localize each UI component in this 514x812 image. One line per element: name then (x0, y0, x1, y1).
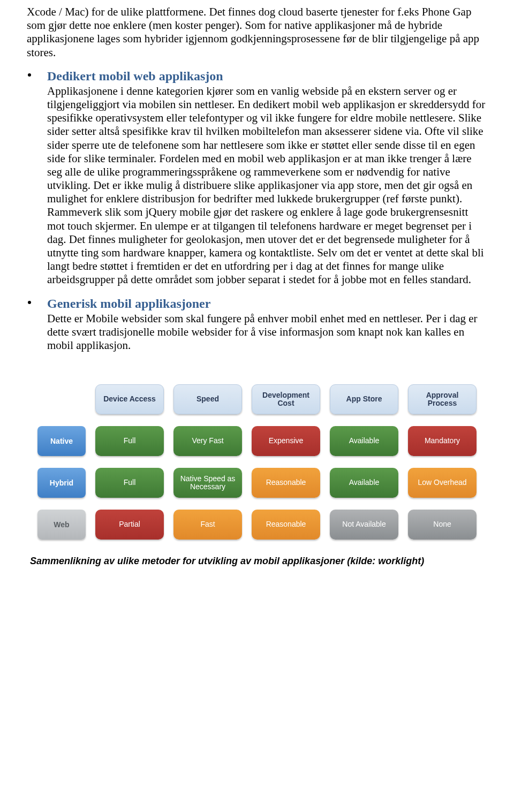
comparison-chart: Device Access Speed Development Cost App… (37, 384, 477, 540)
heading-dedikert: Dedikert mobil web applikasjon (47, 69, 487, 84)
chart-cell: Not Available (330, 510, 398, 540)
body-dedikert: Applikasjonene i denne kategorien kjører… (47, 85, 487, 287)
chart-cell: Mandatory (408, 426, 477, 456)
col-header: Development Cost (252, 384, 320, 414)
chart-cell: Very Fast (173, 426, 242, 456)
chart-cell: Partial (95, 510, 164, 540)
body-generisk: Dette er Mobile websider som skal funger… (47, 312, 487, 353)
col-header: Speed (173, 384, 242, 414)
chart-cell: Low Overhead (408, 468, 477, 498)
col-header: App Store (330, 384, 398, 414)
row-label-web: Web (37, 510, 86, 540)
chart-cell: Native Speed as Necessary (173, 468, 242, 498)
chart-cell: Reasonable (252, 510, 320, 540)
bullet-icon (28, 301, 31, 304)
chart-cell: Fast (173, 510, 242, 540)
chart-cell: Full (95, 426, 164, 456)
row-label-native: Native (37, 426, 86, 456)
intro-paragraph: Xcode / Mac) for de ulike plattformene. … (27, 5, 487, 59)
chart-cell: Available (330, 426, 398, 456)
chart-cell: Reasonable (252, 468, 320, 498)
figure-caption: Sammenlikning av ulike metoder for utvik… (27, 556, 487, 567)
col-header: Device Access (95, 384, 164, 414)
chart-cell: Available (330, 468, 398, 498)
heading-generisk: Generisk mobil applikasjoner (47, 297, 487, 311)
col-header: Approval Process (408, 384, 477, 414)
chart-cell: None (408, 510, 477, 540)
bullet-icon (28, 73, 31, 77)
chart-spacer (37, 384, 86, 414)
chart-cell: Full (95, 468, 164, 498)
chart-cell: Expensive (252, 426, 320, 456)
row-label-hybrid: Hybrid (37, 468, 86, 498)
